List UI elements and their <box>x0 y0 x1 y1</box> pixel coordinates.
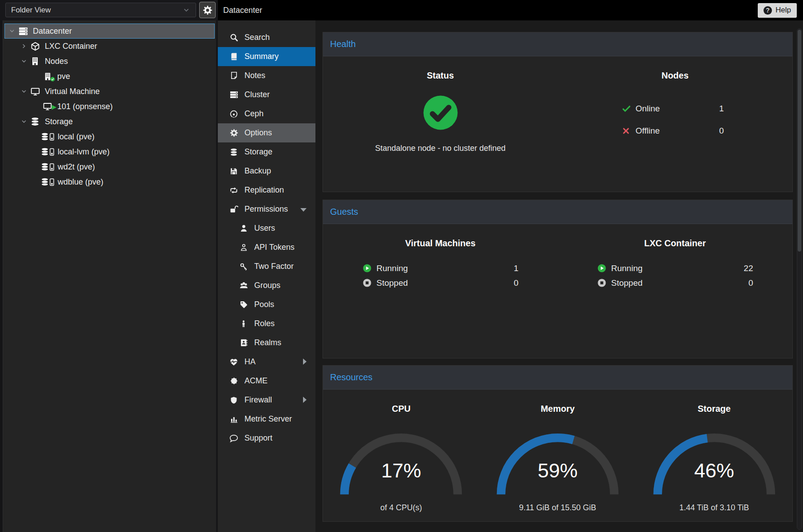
proxmox-datacenter-screen: Folder View Datacenter ? Help Datacenter… <box>0 0 803 532</box>
memory-percent: 59% <box>493 459 622 482</box>
tree-item-storage-wdblue[interactable]: wdblue (pve) <box>4 174 215 189</box>
menu-item-backup[interactable]: Backup <box>218 162 315 181</box>
guests-panel: Guests Virtual Machines Running 1 Stoppe… <box>323 200 793 359</box>
vm-stopped-label: Stopped <box>377 278 408 288</box>
tree-item-pve[interactable]: pve <box>4 69 215 84</box>
resources-panel-header: Resources <box>323 366 792 390</box>
tree-item-storage-local[interactable]: local (pve) <box>4 129 215 144</box>
building-check-icon <box>42 72 53 81</box>
lxc-stopped-label: Stopped <box>611 278 643 288</box>
caret-right-icon[interactable] <box>20 43 28 50</box>
menu-item-two-factor[interactable]: Two Factor <box>218 257 315 276</box>
tree-settings-button[interactable] <box>199 2 216 18</box>
tree-item-label: Storage <box>45 117 73 126</box>
building-icon <box>29 57 41 66</box>
comment-icon <box>228 434 239 443</box>
caret-down-icon[interactable] <box>8 28 16 35</box>
caret-down-icon[interactable] <box>20 118 28 125</box>
health-nodes-column: Nodes Online 1 Offline 0 <box>558 56 792 153</box>
memory-heading: Memory <box>480 404 636 414</box>
storage-heading: Storage <box>636 404 792 414</box>
nodes-online-label: Online <box>636 104 660 114</box>
starburst-icon <box>228 377 239 385</box>
tree-item-label: local (pve) <box>58 132 94 142</box>
menu-item-api-tokens[interactable]: API Tokens <box>218 238 315 257</box>
caret-down-icon[interactable] <box>20 58 28 65</box>
address-book-icon <box>238 339 249 347</box>
question-circle-icon: ? <box>764 6 772 15</box>
cube-icon <box>29 42 41 51</box>
cpu-heading: CPU <box>323 404 480 414</box>
menu-item-summary[interactable]: Summary <box>218 47 315 66</box>
menu-item-support[interactable]: Support <box>218 429 315 448</box>
health-panel: Health Status Standalone node - no clust… <box>323 32 793 192</box>
tree-item-storage[interactable]: Storage <box>4 114 215 129</box>
gear-icon <box>228 129 239 137</box>
lxc-running-label: Running <box>611 264 643 273</box>
tree-item-label: wd2t (pve) <box>58 162 95 172</box>
menu-item-replication[interactable]: Replication <box>218 181 315 200</box>
menu-item-acme[interactable]: ACME <box>218 371 315 390</box>
tree-toolbar: Folder View <box>0 0 218 20</box>
menu-item-pools[interactable]: Pools <box>218 295 315 314</box>
database-drive-icon <box>41 148 55 156</box>
view-mode-select[interactable]: Folder View <box>5 3 196 17</box>
vm-stopped-row: Stopped 0 <box>362 276 519 290</box>
tree-item-lxc-container[interactable]: LXC Container <box>4 39 215 54</box>
database-drive-icon <box>41 133 55 141</box>
tree-item-nodes[interactable]: Nodes <box>4 54 215 69</box>
menu-item-realms[interactable]: Realms <box>218 333 315 352</box>
menu-item-ceph[interactable]: Ceph <box>218 104 315 123</box>
status-ok-icon <box>422 94 459 131</box>
tree-item-label: wdblue (pve) <box>58 177 103 187</box>
nodes-online-value: 1 <box>719 104 728 114</box>
lxc-running-row: Running 22 <box>597 261 753 276</box>
nodes-online-row: Online 1 <box>622 98 728 120</box>
tree-item-datacenter[interactable]: Datacenter <box>4 24 215 39</box>
health-status-column: Status Standalone node - no cluster defi… <box>323 56 558 153</box>
vm-running-label: Running <box>377 264 408 273</box>
tree-item-label: pve <box>57 72 70 81</box>
lxc-running-value: 22 <box>744 264 753 273</box>
server-stack-icon <box>17 27 29 36</box>
menu-item-options[interactable]: Options <box>218 123 315 142</box>
tree-item-storage-wd2t[interactable]: wd2t (pve) <box>4 159 215 174</box>
gear-icon <box>203 5 213 15</box>
menu-item-cluster[interactable]: Cluster <box>218 85 315 104</box>
tree-item-label: local-lvm (pve) <box>58 147 110 157</box>
menu-item-notes[interactable]: Notes <box>218 66 315 85</box>
menu-item-users[interactable]: Users <box>218 219 315 238</box>
tree-item-virtual-machine[interactable]: Virtual Machine <box>4 84 215 99</box>
menu-item-storage[interactable]: Storage <box>218 142 315 162</box>
caret-down-icon[interactable] <box>20 88 28 95</box>
menu-item-roles[interactable]: Roles <box>218 314 315 333</box>
vertical-scrollbar[interactable] <box>797 28 802 530</box>
menu-item-ha[interactable]: HA <box>218 352 315 371</box>
vm-running-row: Running 1 <box>362 261 519 276</box>
database-drive-icon <box>41 178 55 186</box>
menu-item-groups[interactable]: Groups <box>218 276 315 295</box>
person-icon <box>238 320 249 328</box>
resources-panel: Resources CPU 17% of 4 CPU(s) Memory <box>323 365 793 522</box>
vm-heading: Virtual Machines <box>323 238 558 248</box>
cpu-detail: of 4 CPU(s) <box>323 503 480 512</box>
vm-stopped-value: 0 <box>514 278 519 288</box>
tree-item-storage-local-lvm[interactable]: local-lvm (pve) <box>4 144 215 159</box>
menu-item-firewall[interactable]: Firewall <box>218 390 315 410</box>
help-button[interactable]: ? Help <box>758 3 797 18</box>
summary-content: Health Status Standalone node - no clust… <box>315 20 803 532</box>
menu-item-search[interactable]: Search <box>218 28 315 47</box>
menu-item-metric-server[interactable]: Metric Server <box>218 410 315 429</box>
guests-vm-column: Virtual Machines Running 1 Stopped 0 <box>323 224 558 290</box>
tree-item-label: 101 (opnsense) <box>57 102 113 111</box>
tree-item-vm-101[interactable]: 101 (opnsense) <box>4 99 215 114</box>
scrollbar-thumb[interactable] <box>798 30 801 252</box>
cross-icon <box>622 127 631 135</box>
health-panel-header: Health <box>323 32 792 56</box>
menu-item-permissions[interactable]: Permissions <box>218 200 315 219</box>
memory-detail: 9.11 GiB of 15.50 GiB <box>480 503 636 512</box>
page-title: Datacenter <box>223 6 262 15</box>
guests-panel-header: Guests <box>323 200 792 224</box>
lxc-heading: LXC Container <box>558 238 792 248</box>
resources-panel-title: Resources <box>330 372 373 382</box>
